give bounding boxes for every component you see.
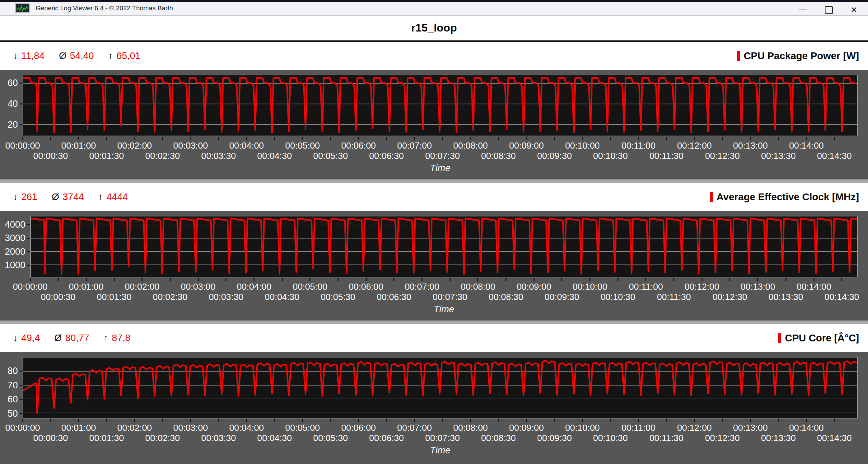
x-axis-label: 00:09:00 <box>503 281 565 292</box>
x-axis-tick <box>58 278 59 281</box>
x-axis-tick <box>554 419 555 422</box>
max-value: 87,8 <box>112 333 131 343</box>
plot-area[interactable] <box>30 216 858 277</box>
x-axis-tick <box>841 278 842 281</box>
x-axis-label: 00:07:00 <box>384 140 445 151</box>
y-axis-label: 3000 <box>0 233 25 243</box>
x-axis-label: 00:04:30 <box>244 151 305 161</box>
min-value: 261 <box>21 191 37 202</box>
x-axis-tick <box>722 419 723 422</box>
x-axis-tick <box>78 137 79 140</box>
x-axis-label: 00:06:30 <box>356 433 417 443</box>
x-axis-tick <box>366 278 367 281</box>
x-axis-tick <box>246 137 247 140</box>
x-axis-tick <box>610 419 611 422</box>
legend: CPU Package Power [W] <box>737 50 859 62</box>
x-axis-tick <box>618 278 619 281</box>
x-axis-label: 00:06:30 <box>363 292 425 302</box>
x-axis-tick <box>834 419 835 422</box>
x-axis-tick <box>218 419 219 422</box>
chart-panel-clock: 100020003000400000:00:0000:01:0000:02:00… <box>0 211 868 321</box>
x-axis-label: 00:08:00 <box>440 423 501 433</box>
x-axis-tick <box>225 278 227 281</box>
legend-color-bar <box>778 333 781 343</box>
legend-label: CPU Package Power [W] <box>744 50 859 62</box>
legend-label: CPU Core [Â°C] <box>785 333 859 344</box>
x-axis-tick <box>22 137 23 140</box>
x-axis-label: 00:10:00 <box>559 281 621 292</box>
x-axis-label: 00:06:30 <box>356 151 417 161</box>
titlebar[interactable]: Generic Log Viewer 6.4 - © 2022 Thomas B… <box>0 0 868 15</box>
x-axis-tick <box>114 278 115 281</box>
x-axis-tick <box>806 419 807 422</box>
x-axis-title: Time <box>424 304 465 315</box>
x-axis-label: 00:03:30 <box>188 151 249 161</box>
x-axis-label: 00:11:00 <box>608 140 669 151</box>
minimize-icon <box>799 10 807 10</box>
chart-line-svg <box>31 216 857 277</box>
maximize-icon <box>825 6 833 14</box>
x-axis-label: 00:00:00 <box>0 281 61 292</box>
section-divider <box>0 321 868 324</box>
x-axis-label: 00:14:00 <box>775 423 837 433</box>
stats-row: ↓ 11,84 Ø 54,40 ↑ 65,01 <box>13 50 155 61</box>
y-axis-tick <box>27 238 30 239</box>
y-axis-label: 80 <box>0 365 18 376</box>
x-axis-tick <box>505 278 506 281</box>
x-axis-tick <box>50 137 51 140</box>
maximize-button[interactable] <box>816 3 841 16</box>
x-axis-label: 00:00:30 <box>20 151 82 161</box>
stats-row: ↓ 261 Ø 3744 ↑ 4444 <box>13 191 142 202</box>
section-header-temp: ↓ 49,4 Ø 80,77 ↑ 87,8 CPU Core [Â°C] <box>0 324 868 352</box>
x-axis-tick <box>442 419 443 422</box>
x-axis-label: 00:12:30 <box>692 151 753 161</box>
x-axis-label: 00:11:00 <box>608 423 669 433</box>
y-axis-label: 1000 <box>0 260 25 271</box>
plot-area[interactable] <box>23 75 858 136</box>
close-button[interactable]: ✕ <box>841 3 867 16</box>
y-axis-tick <box>27 265 30 266</box>
x-axis-tick <box>421 278 423 281</box>
plot-area[interactable] <box>23 357 858 418</box>
x-axis-tick <box>498 137 499 140</box>
x-axis-tick <box>834 137 835 140</box>
x-axis-tick <box>450 278 451 281</box>
x-axis-tick <box>302 419 303 422</box>
x-axis-tick <box>785 278 786 281</box>
y-axis-label: 40 <box>0 98 18 109</box>
x-axis-label: 00:12:30 <box>699 292 761 302</box>
x-axis-tick <box>750 419 751 422</box>
min-arrow-icon: ↓ <box>13 333 18 343</box>
legend: CPU Core [Â°C] <box>778 333 859 344</box>
x-axis-label: 00:01:30 <box>83 292 145 302</box>
stats-row: ↓ 49,4 Ø 80,77 ↑ 87,8 <box>13 333 145 343</box>
x-axis-label: 00:14:30 <box>804 151 865 161</box>
x-axis-tick <box>694 137 695 140</box>
x-axis-tick <box>134 419 135 422</box>
x-axis-label: 00:03:00 <box>167 281 229 292</box>
x-axis-tick <box>757 278 758 281</box>
x-axis-label: 00:07:00 <box>384 423 445 433</box>
x-axis-label: 00:02:00 <box>104 140 166 151</box>
x-axis-label: 00:13:00 <box>720 140 781 151</box>
chart-panel-temp: 5060708000:00:0000:01:0000:02:0000:03:00… <box>0 352 868 464</box>
max-value: 4444 <box>107 191 128 202</box>
x-axis-label: 00:01:30 <box>76 433 137 443</box>
x-axis-tick <box>190 137 191 140</box>
x-axis-tick <box>561 278 562 281</box>
x-axis-tick <box>22 419 23 422</box>
x-axis-label: 00:01:00 <box>48 140 109 151</box>
x-axis-label: 00:08:00 <box>447 281 509 292</box>
x-axis-label: 00:05:00 <box>272 423 333 433</box>
x-axis-tick <box>274 419 275 422</box>
x-axis-tick <box>526 419 527 422</box>
y-axis-tick <box>20 399 23 400</box>
y-axis-label: 60 <box>0 394 18 405</box>
x-axis-label: 00:04:00 <box>216 140 277 151</box>
x-axis-label: 00:13:30 <box>748 151 809 161</box>
x-axis-tick <box>106 137 107 140</box>
minimize-button[interactable] <box>791 3 816 16</box>
x-axis-tick <box>358 137 359 140</box>
x-axis-label: 00:01:00 <box>55 281 117 292</box>
x-axis-label: 00:02:30 <box>139 292 201 302</box>
